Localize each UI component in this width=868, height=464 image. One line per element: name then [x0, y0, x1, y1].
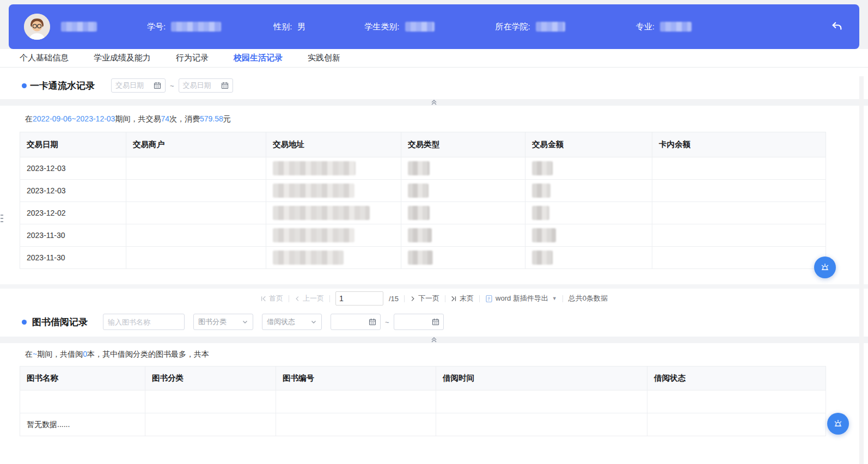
document-icon — [485, 295, 493, 303]
separator — [445, 295, 445, 302]
card-section-title-wrap: 一卡通流水记录 — [22, 80, 95, 92]
calendar-icon — [154, 82, 161, 89]
next-page-icon — [410, 295, 415, 302]
card-date-from-placeholder: 交易日期 — [115, 81, 154, 90]
summary-text: 次，消费 — [169, 114, 200, 123]
cell-address — [266, 157, 401, 180]
last-page-label: 末页 — [460, 294, 474, 303]
page-total-label: /15 — [389, 295, 399, 303]
cell-amount — [525, 247, 652, 269]
cell-address — [266, 202, 401, 224]
collapse-toggle[interactable] — [431, 337, 437, 343]
first-page-icon — [260, 295, 266, 302]
card-date-to-picker[interactable]: 交易日期 — [179, 78, 233, 93]
word-export-label: word 新插件导出 — [496, 294, 548, 303]
next-page-button[interactable]: 下一页 — [410, 294, 439, 303]
major-label: 专业: — [636, 22, 655, 32]
book-name-search-input[interactable] — [103, 314, 185, 330]
word-export-button[interactable]: word 新插件导出 ▼ — [485, 294, 557, 303]
field-major: 专业: — [636, 22, 692, 32]
last-page-button[interactable]: 末页 — [451, 294, 474, 303]
pagination-bar: 首页 上一页 /15 下一页 末页 word 新插件导出 ▼ 总共0条数据 — [0, 289, 868, 308]
cell-book-name — [20, 390, 145, 413]
summary-amount: 579.58 — [200, 114, 223, 123]
tab-campus-life[interactable]: 校园生活记录 — [234, 53, 283, 63]
cell-date: 2023-11-30 — [20, 224, 126, 247]
table-row: 2023-12-03 — [20, 180, 826, 202]
borrow-date-to-picker[interactable] — [394, 314, 444, 330]
section-bullet-icon — [22, 320, 27, 325]
book-section-title: 图书借阅记录 — [32, 316, 88, 328]
student-id-value-redacted — [171, 22, 221, 32]
book-category-select-label: 图书分类 — [198, 317, 242, 327]
borrow-date-from-picker[interactable] — [331, 314, 381, 330]
gender-value: 男 — [297, 22, 305, 32]
next-page-label: 下一页 — [418, 294, 439, 303]
cell-balance — [652, 202, 826, 224]
cell-amount — [525, 180, 652, 202]
col-borrow-time: 借阅时间 — [436, 367, 647, 390]
cell-balance — [652, 247, 826, 269]
tab-practice[interactable]: 实践创新 — [308, 53, 340, 63]
alert-fab-button-2[interactable] — [827, 413, 849, 435]
cell-balance — [652, 224, 826, 247]
alert-fab-button-1[interactable] — [814, 257, 836, 278]
cell-borrow-status — [647, 413, 826, 436]
prev-page-icon — [295, 295, 300, 302]
table-row: 2023-11-30 — [20, 247, 826, 269]
table-header-row: 图书名称 图书分类 图书编号 借阅时间 借阅状态 — [20, 367, 826, 390]
student-id-label: 学号: — [147, 22, 166, 32]
summary-text: 在 — [25, 114, 33, 123]
major-value-redacted — [660, 22, 692, 32]
tab-behavior[interactable]: 行为记录 — [176, 53, 209, 63]
cell-borrow-status — [647, 390, 826, 413]
total-count-label: 总共0条数据 — [569, 294, 608, 303]
double-chevron-up-icon — [431, 337, 437, 343]
siren-icon — [820, 262, 830, 273]
cell-merchant — [126, 157, 266, 180]
college-label: 所在学院: — [496, 22, 530, 32]
cell-address — [266, 180, 401, 202]
section-bullet-icon — [22, 83, 27, 88]
borrow-status-select-label: 借阅状态 — [267, 317, 310, 327]
cell-merchant — [126, 180, 266, 202]
pagination-divider-strip — [0, 284, 868, 289]
date-range-separator: ~ — [385, 318, 389, 326]
page-number-input[interactable] — [335, 291, 383, 306]
card-section-header: 一卡通流水记录 交易日期 ~ 交易日期 — [0, 68, 868, 99]
separator — [563, 295, 563, 302]
borrow-status-select[interactable]: 借阅状态 — [262, 314, 322, 330]
book-category-select[interactable]: 图书分类 — [193, 314, 253, 330]
card-transactions-table: 交易日期 交易商户 交易地址 交易类型 交易金额 卡内余额 2023-12-03… — [20, 132, 826, 269]
cell-type — [401, 224, 525, 247]
chevron-down-icon — [310, 319, 317, 325]
tab-academic[interactable]: 学业成绩及能力 — [94, 53, 151, 63]
chevron-down-icon — [242, 319, 248, 325]
tab-basic-info[interactable]: 个人基础信息 — [20, 53, 69, 63]
cell-type — [401, 180, 525, 202]
summary-date-range: 2022-09-06~2023-12-03 — [33, 114, 115, 123]
calendar-icon — [369, 318, 376, 326]
card-date-from-picker[interactable]: 交易日期 — [111, 78, 166, 93]
col-address: 交易地址 — [266, 132, 401, 157]
collapse-toggle[interactable] — [431, 100, 437, 105]
cell-merchant — [126, 247, 266, 269]
prev-page-button[interactable]: 上一页 — [295, 294, 324, 303]
student-name-redacted — [61, 22, 97, 32]
separator — [479, 295, 480, 302]
student-info-banner: 学号: 性别: 男 学生类别: 所在学院: 专业: — [9, 4, 859, 49]
college-value-redacted — [536, 22, 565, 32]
field-gender: 性别: 男 — [273, 22, 305, 32]
first-page-button[interactable]: 首页 — [260, 294, 283, 303]
book-summary: 在~期间，共借阅0本，其中借阅分类的图书最多，共本 — [25, 350, 868, 359]
book-section-title-wrap: 图书借阅记录 — [22, 316, 88, 328]
back-button[interactable] — [830, 20, 844, 34]
card-summary: 在2022-09-06~2023-12-03期间，共交易74次，消费579.58… — [25, 114, 868, 124]
col-trade-date: 交易日期 — [20, 132, 126, 157]
cell-amount — [525, 224, 652, 247]
first-page-label: 首页 — [269, 294, 283, 303]
cell-borrow-time — [436, 413, 647, 436]
col-balance: 卡内余额 — [652, 132, 826, 157]
cell-date: 2023-12-02 — [20, 202, 126, 224]
caret-down-icon: ▼ — [552, 296, 557, 301]
